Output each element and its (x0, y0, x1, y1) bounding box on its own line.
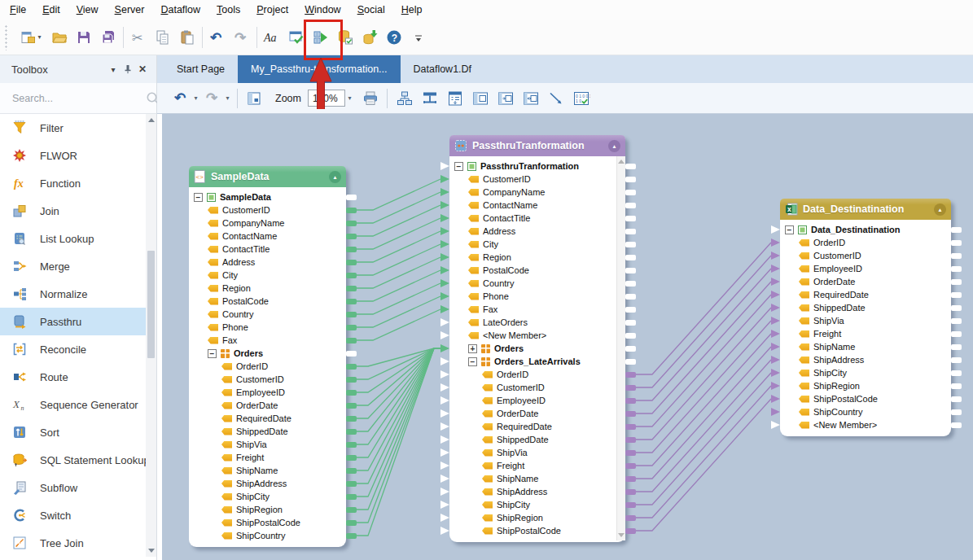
tree-row[interactable]: Fax (189, 334, 346, 347)
tree-row[interactable]: Fax (449, 303, 625, 316)
tree-layout-button[interactable] (418, 87, 443, 110)
tree-row[interactable]: LateOrders (449, 316, 625, 329)
tree-row[interactable]: Phone (449, 290, 625, 303)
input-port[interactable] (440, 175, 449, 183)
output-port[interactable] (346, 338, 357, 343)
toolbox-item-normalize[interactable]: Normalize (0, 280, 156, 308)
input-port[interactable] (440, 383, 449, 392)
input-port[interactable] (771, 317, 780, 325)
tree-row[interactable]: ShippedDate (780, 301, 951, 314)
input-port[interactable] (440, 292, 449, 300)
expand-toggle-icon[interactable]: − (454, 162, 463, 171)
tree-row[interactable]: PostalCode (449, 264, 625, 277)
menu-server[interactable]: Server (107, 0, 153, 20)
tree-row[interactable]: ShipVia (449, 446, 625, 459)
tree-row[interactable]: ShipName (780, 340, 951, 353)
menu-view[interactable]: View (68, 0, 107, 20)
output-port[interactable] (346, 234, 357, 239)
input-port[interactable] (771, 408, 780, 416)
input-port[interactable] (771, 304, 780, 312)
tree-row[interactable]: Freight (780, 327, 951, 340)
tree-row[interactable]: Phone (189, 321, 346, 334)
menu-help[interactable]: Help (393, 0, 431, 20)
input-port[interactable] (440, 331, 449, 339)
output-port[interactable] (346, 494, 357, 500)
node-header[interactable]: PassthruTranformation▲ (449, 135, 625, 156)
output-port[interactable] (346, 416, 357, 422)
input-port[interactable] (440, 488, 449, 496)
collapse-button[interactable]: ▲ (934, 203, 946, 216)
output-port[interactable] (951, 422, 962, 428)
pin-icon[interactable] (121, 64, 135, 74)
output-port[interactable] (951, 227, 962, 233)
tree-row[interactable]: OrderID (449, 368, 625, 381)
toolbox-item-sequence-generator[interactable]: XnSequence Generator (0, 391, 156, 418)
output-port[interactable] (346, 429, 357, 435)
scrollbar-thumb[interactable] (147, 251, 155, 358)
output-port[interactable] (346, 247, 357, 252)
node-scrollbar[interactable] (616, 156, 625, 540)
tree-row[interactable]: EmployeeID (449, 394, 625, 407)
output-port[interactable] (625, 476, 636, 482)
tree-row[interactable]: Address (189, 256, 346, 269)
toolbox-item-route[interactable]: Route (0, 363, 156, 391)
output-port[interactable] (625, 320, 636, 326)
scroll-up-icon[interactable] (618, 160, 625, 164)
tree-row[interactable]: ShipAddress (449, 485, 625, 498)
tree-row[interactable]: CustomerID (189, 373, 346, 386)
search-input[interactable] (11, 92, 145, 105)
output-port[interactable] (346, 195, 357, 200)
tree-row[interactable]: RequiredDate (189, 412, 346, 425)
input-port[interactable] (440, 201, 449, 209)
tree-row[interactable]: ShipCountry (189, 529, 346, 542)
toolbox-item-list-lookup[interactable]: List Lookup (0, 225, 156, 252)
output-port[interactable] (951, 253, 962, 259)
output-port[interactable] (625, 281, 636, 287)
save-all-button[interactable] (96, 24, 121, 51)
toolbox-item-flwor[interactable]: FLWOR (0, 142, 156, 169)
output-port[interactable] (951, 357, 962, 363)
input-port[interactable] (440, 370, 449, 378)
input-port[interactable] (440, 266, 449, 274)
output-port[interactable] (346, 312, 357, 317)
input-port[interactable] (440, 396, 449, 405)
zoom-dropdown-icon[interactable]: ▾ (345, 94, 354, 102)
node-header[interactable]: <>SampleData▲ (189, 166, 346, 187)
input-port[interactable] (771, 343, 780, 351)
output-port[interactable] (951, 292, 962, 298)
input-port[interactable] (771, 356, 780, 364)
panel-box-button[interactable] (468, 87, 493, 110)
output-port[interactable] (625, 502, 636, 508)
tree-row[interactable]: Country (449, 277, 625, 290)
output-port[interactable] (625, 463, 636, 469)
input-port[interactable] (771, 291, 780, 299)
output-port[interactable] (951, 370, 962, 376)
output-port[interactable] (346, 286, 357, 291)
output-port[interactable] (625, 398, 636, 404)
menu-window[interactable]: Window (296, 0, 348, 20)
tree-row[interactable]: CustomerID (780, 249, 951, 262)
tab-dataflow1-df[interactable]: Dataflow1.Df (401, 55, 485, 83)
output-port[interactable] (625, 437, 636, 443)
toolbox-item-sort[interactable]: Sort (0, 418, 156, 446)
tree-row[interactable]: Country (189, 308, 346, 321)
tree-row[interactable]: Region (449, 251, 625, 264)
tree-row[interactable]: RequiredDate (780, 288, 951, 301)
tree-row[interactable]: ShipName (189, 464, 346, 477)
dataflow-canvas[interactable]: <>SampleData▲−SampleDataCustomerIDCompan… (162, 114, 973, 560)
input-port[interactable] (440, 279, 449, 287)
tree-row[interactable]: −SampleData (189, 190, 346, 203)
tree-row[interactable]: <New Member> (780, 418, 951, 431)
input-port[interactable] (440, 162, 449, 170)
output-port[interactable] (625, 229, 636, 234)
output-port[interactable] (951, 279, 962, 285)
tree-row[interactable]: −Data_Destinatination (780, 223, 951, 236)
output-port[interactable] (951, 318, 962, 324)
toolbar-overflow-button[interactable] (406, 24, 431, 51)
output-port[interactable] (625, 242, 636, 247)
toolbox-scrollbar[interactable] (146, 114, 156, 557)
help-button[interactable]: ? (382, 24, 406, 51)
output-port[interactable] (951, 240, 962, 246)
copy-button[interactable] (151, 24, 175, 51)
input-port[interactable] (440, 462, 449, 470)
